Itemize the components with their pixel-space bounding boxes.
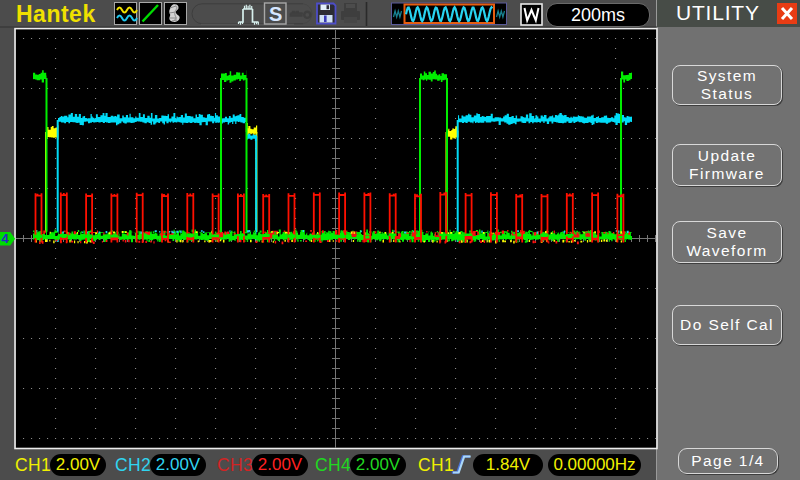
svg-text:S: S (269, 3, 282, 25)
svg-text:4: 4 (1, 231, 9, 246)
